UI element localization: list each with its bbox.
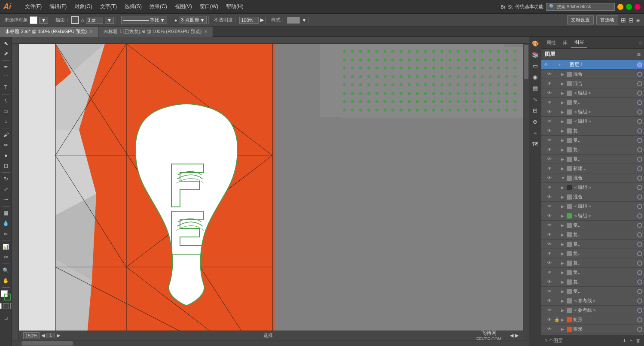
- tool-scale[interactable]: ⤢: [1, 185, 11, 194]
- stroke-panel-icon[interactable]: ▭: [531, 61, 540, 70]
- v-scroll-thumb[interactable]: [524, 45, 528, 79]
- tool-ellipse[interactable]: ○: [1, 117, 11, 126]
- opacity-input[interactable]: 100%: [239, 17, 259, 24]
- preferences-button[interactable]: 首选项: [596, 15, 618, 24]
- panel-options-icon[interactable]: ≡: [637, 51, 641, 58]
- layer-item-20[interactable]: 👁 🔒 ▶ 复...: [541, 249, 644, 258]
- layer-expand-7[interactable]: ▶: [561, 129, 565, 133]
- layer-visibility-4[interactable]: 👁: [546, 100, 552, 105]
- layer-item-21[interactable]: 👁 🔒 ▶ 复...: [541, 258, 644, 268]
- tool-rotate[interactable]: ↻: [1, 174, 11, 184]
- panel-tab-library[interactable]: 库: [559, 38, 571, 48]
- doc-settings-button[interactable]: 文档设置: [567, 15, 594, 24]
- opacity-arrow[interactable]: ▶: [260, 17, 264, 23]
- layer-expand-4[interactable]: ▶: [561, 100, 565, 105]
- layer-item-9[interactable]: 👁 🔒 ▶ 复...: [541, 145, 644, 155]
- layer-visibility-25[interactable]: 👁: [546, 298, 552, 303]
- layer-item-18[interactable]: 👁 🔒 ▶ 复...: [541, 230, 644, 240]
- layer-expand-21[interactable]: ▶: [561, 261, 565, 265]
- tab-2[interactable]: 未标题-1 [已恢复].ai @ 100% (RGB/GPU 预览) ✕: [98, 27, 213, 37]
- layer-item-26[interactable]: 👁 🔒 ▶ ＜参考线＞: [541, 306, 644, 315]
- tool-paintbrush[interactable]: 🖌: [1, 130, 11, 140]
- layer-visibility-5[interactable]: 👁: [546, 109, 552, 114]
- stroke-value-input[interactable]: 3 pt: [86, 17, 103, 24]
- layer-expand-11[interactable]: ▶: [561, 167, 565, 171]
- menu-file[interactable]: 文件(F): [21, 2, 45, 11]
- tool-warp[interactable]: 〜: [1, 195, 11, 204]
- panel-tab-layers[interactable]: 图层: [571, 37, 587, 48]
- gradient-mode-btn[interactable]: [3, 303, 9, 309]
- layer-target-23[interactable]: [637, 279, 642, 285]
- layer-expand-1[interactable]: ▶: [561, 72, 565, 76]
- layer-item-10[interactable]: 👁 🔒 ▶ 复...: [541, 155, 644, 164]
- layer-visibility-15[interactable]: 👁: [546, 204, 552, 209]
- layer-visibility-11[interactable]: 👁: [546, 166, 552, 171]
- layer-visibility-10[interactable]: 👁: [546, 157, 552, 161]
- tool-pen[interactable]: ✒: [1, 62, 11, 72]
- layer-visibility-3[interactable]: 👁: [546, 91, 552, 95]
- layer-item-15[interactable]: 👁 🔒 ▶ ＜编组＞: [541, 202, 644, 211]
- layer-expand-15[interactable]: ▶: [561, 204, 565, 209]
- layer-target-9[interactable]: [637, 147, 642, 152]
- layer-item-19[interactable]: 👁 🔒 ▶ 复...: [541, 240, 644, 249]
- layer-target-20[interactable]: [637, 251, 642, 256]
- tab-2-close[interactable]: ✕: [204, 29, 208, 34]
- tool-zoom[interactable]: 🔍: [1, 266, 11, 275]
- layer-target-1[interactable]: [637, 72, 642, 77]
- pathfinder-icon[interactable]: ⊕: [531, 117, 540, 126]
- layer-target-10[interactable]: [637, 157, 642, 162]
- layer-item-12[interactable]: 👁 🔒 ▼ 混合: [541, 173, 644, 183]
- gradient-panel-icon[interactable]: ▦: [531, 83, 540, 93]
- line-style-dropdown[interactable]: 等比 ▼: [121, 16, 167, 24]
- layer-expand-17[interactable]: ▶: [561, 223, 565, 228]
- layer-target-0[interactable]: [637, 62, 642, 67]
- menu-type[interactable]: 文字(T): [97, 2, 120, 11]
- nav-left-icon[interactable]: ◀: [510, 333, 513, 338]
- layer-item-22[interactable]: 👁 🔒 ▶ 复...: [541, 268, 644, 277]
- layer-item-13[interactable]: 👁 🔒 ▶ ＜编组＞: [541, 183, 644, 192]
- layer-target-7[interactable]: [637, 128, 642, 134]
- tab-1-close[interactable]: ✕: [89, 29, 93, 34]
- layer-item-25[interactable]: 👁 🔒 ▶ ＜参考线＞: [541, 296, 644, 306]
- tool-pencil[interactable]: ✏: [1, 140, 11, 150]
- stock-icon[interactable]: St: [508, 4, 513, 9]
- delete-layer-icon[interactable]: 🗑: [636, 338, 641, 343]
- appearance-icon[interactable]: ◉: [531, 72, 540, 82]
- layer-expand-8[interactable]: ▶: [561, 138, 565, 143]
- vertical-scrollbar[interactable]: [523, 44, 529, 340]
- layer-item-3[interactable]: 👁 🔒 ▶ ＜编组＞: [541, 88, 644, 98]
- fill-color-box[interactable]: [30, 16, 37, 24]
- layer-target-25[interactable]: [637, 298, 642, 304]
- layer-visibility-20[interactable]: 👁: [546, 251, 552, 256]
- layer-item-5[interactable]: 👁 🔒 ▶ ＜编组＞: [541, 107, 644, 117]
- layer-expand-2[interactable]: ▶: [561, 82, 565, 86]
- layer-expand-23[interactable]: ▶: [561, 280, 565, 284]
- layer-item-0[interactable]: 👁 🔒 ▼ 图层 1: [541, 60, 644, 70]
- layer-item-24[interactable]: 👁 🔒 ▶ 复...: [541, 287, 644, 296]
- tool-gradient[interactable]: ▦: [1, 208, 11, 218]
- tab-1[interactable]: 未标题-2.ai* @ 150% (RGB/GPU 预览) ✕: [0, 27, 98, 37]
- menu-help[interactable]: 帮助(H): [223, 2, 247, 11]
- stock-search-box[interactable]: 🔍 搜索 Adobe Stock: [546, 3, 615, 11]
- layer-target-5[interactable]: [637, 109, 642, 115]
- layer-target-15[interactable]: [637, 204, 642, 209]
- panel-tab-properties[interactable]: 属性: [543, 38, 559, 48]
- layer-target-13[interactable]: [637, 185, 642, 190]
- horizontal-scrollbar[interactable]: [12, 340, 529, 346]
- layer-item-27[interactable]: 👁 🔒 ▶ 矩形: [541, 315, 644, 325]
- layer-visibility-18[interactable]: 👁: [546, 232, 552, 237]
- layer-item-16[interactable]: 👁 🔒 ▶ ＜编组＞: [541, 211, 644, 221]
- layer-item-17[interactable]: 👁 🔒 ▶ 复...: [541, 221, 644, 230]
- properties-icon[interactable]: ≡: [531, 128, 540, 137]
- prev-page-btn[interactable]: ◀: [41, 333, 45, 338]
- layer-target-22[interactable]: [637, 270, 642, 275]
- layer-visibility-21[interactable]: 👁: [546, 261, 552, 265]
- layer-expand-14[interactable]: ▶: [561, 195, 565, 199]
- layer-visibility-23[interactable]: 👁: [546, 279, 552, 284]
- layer-visibility-7[interactable]: 👁: [546, 128, 552, 133]
- layer-item-4[interactable]: 👁 🔒 ▶ 复...: [541, 98, 644, 107]
- menu-select[interactable]: 选择(S): [121, 2, 145, 11]
- layer-expand-18[interactable]: ▶: [561, 233, 565, 237]
- bridge-icon[interactable]: Br: [501, 4, 506, 9]
- page-input[interactable]: 1: [46, 333, 55, 338]
